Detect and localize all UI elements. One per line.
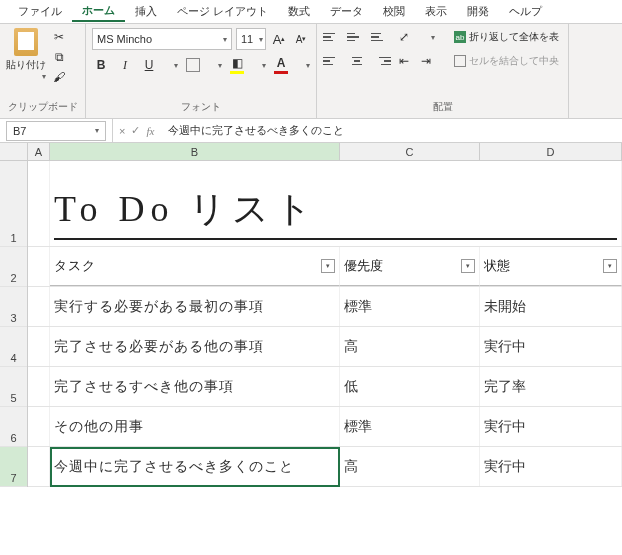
menu-insert[interactable]: 挿入: [125, 2, 167, 21]
font-name-combo[interactable]: MS Mincho ▾: [92, 28, 232, 50]
cell[interactable]: 未開始: [480, 287, 622, 326]
chevron-down-icon[interactable]: ▾: [89, 126, 99, 135]
chevron-down-icon[interactable]: ▾: [212, 61, 222, 70]
underline-button[interactable]: U: [140, 56, 158, 74]
cell[interactable]: [28, 287, 50, 326]
fill-color-button[interactable]: ◧: [228, 56, 246, 74]
cell[interactable]: 標準: [340, 287, 480, 326]
filter-button[interactable]: ▾: [461, 259, 475, 273]
bucket-icon: ◧: [232, 56, 243, 70]
merge-label: セルを結合して中央: [469, 54, 559, 68]
cell[interactable]: [28, 447, 50, 486]
chevron-down-icon[interactable]: ▾: [253, 35, 263, 44]
cell[interactable]: 標準: [340, 407, 480, 446]
decrease-indent-button[interactable]: ⇤: [395, 52, 413, 70]
group-label-font: フォント: [92, 98, 310, 114]
italic-button[interactable]: I: [116, 56, 134, 74]
paste-button[interactable]: 貼り付け ▾: [6, 28, 46, 81]
cell[interactable]: 完了率: [480, 367, 622, 406]
bold-button[interactable]: B: [92, 56, 110, 74]
col-header-A[interactable]: A: [28, 143, 50, 160]
format-painter-icon[interactable]: 🖌: [50, 68, 68, 86]
row-headers: 1 2 3 4 5 6 7: [0, 161, 28, 487]
cell-header-priority[interactable]: 優先度▾: [340, 247, 480, 286]
border-button[interactable]: [184, 56, 202, 74]
cancel-formula-button[interactable]: ×: [119, 125, 125, 137]
menu-file[interactable]: ファイル: [8, 2, 72, 21]
row-header-5[interactable]: 5: [0, 367, 27, 407]
font-color-button[interactable]: A: [272, 56, 290, 74]
cell[interactable]: [28, 247, 50, 286]
cell[interactable]: 高: [340, 447, 480, 486]
fx-icon[interactable]: fx: [146, 125, 154, 137]
menu-page-layout[interactable]: ページ レイアウト: [167, 2, 278, 21]
cell[interactable]: 低: [340, 367, 480, 406]
row-header-3[interactable]: 3: [0, 287, 27, 327]
menu-help[interactable]: ヘルプ: [499, 2, 552, 21]
cell[interactable]: 完了させる必要がある他の事項: [50, 327, 340, 366]
cell[interactable]: 完了させるすべき他の事項: [50, 367, 340, 406]
shrink-font-button[interactable]: A▾: [292, 30, 310, 48]
chevron-down-icon[interactable]: ▾: [300, 61, 310, 70]
menu-data[interactable]: データ: [320, 2, 373, 21]
menu-view[interactable]: 表示: [415, 2, 457, 21]
cell[interactable]: その他の用事: [50, 407, 340, 446]
align-top-button[interactable]: [323, 29, 343, 45]
orientation-button[interactable]: ⤢: [395, 28, 413, 46]
cell-header-status[interactable]: 状態▾: [480, 247, 622, 286]
align-left-button[interactable]: [323, 53, 343, 69]
cell[interactable]: 高: [340, 327, 480, 366]
chevron-down-icon[interactable]: ▾: [168, 61, 178, 70]
cells-area[interactable]: To Do リスト タスク▾ 優先度▾ 状態▾ 実行する必要がある最初の事項: [28, 161, 622, 487]
cell-selected[interactable]: 今週中に完了させるべき多くのこと: [50, 447, 340, 486]
confirm-formula-button[interactable]: ✓: [131, 124, 140, 137]
select-all-corner[interactable]: [0, 143, 28, 161]
chevron-down-icon[interactable]: ▾: [256, 61, 266, 70]
cell[interactable]: [28, 327, 50, 366]
copy-icon[interactable]: ⧉: [50, 48, 68, 66]
grow-font-button[interactable]: A▴: [270, 30, 288, 48]
align-middle-button[interactable]: [347, 29, 367, 45]
menu-home[interactable]: ホーム: [72, 1, 125, 22]
cell[interactable]: 実行する必要がある最初の事項: [50, 287, 340, 326]
cell[interactable]: 実行中: [480, 407, 622, 446]
merge-center-button[interactable]: セルを結合して中央: [451, 53, 562, 69]
cell-title[interactable]: To Do リスト: [50, 161, 622, 246]
formula-input[interactable]: 今週中に完了させるべき多くのこと: [160, 123, 622, 138]
row-header-1[interactable]: 1: [0, 161, 27, 247]
wrap-text-button[interactable]: ab 折り返して全体を表: [451, 29, 562, 45]
merge-icon: [454, 55, 466, 67]
align-bottom-button[interactable]: [371, 29, 391, 45]
chevron-down-icon[interactable]: ▾: [425, 33, 435, 42]
filter-button[interactable]: ▾: [321, 259, 335, 273]
cell[interactable]: 実行中: [480, 447, 622, 486]
row-header-7[interactable]: 7: [0, 447, 27, 487]
chevron-down-icon[interactable]: ▾: [217, 35, 227, 44]
ribbon-group-font: MS Mincho ▾ 11 ▾ A▴ A▾ B I U ▾ ▾ ◧: [86, 24, 317, 118]
menu-developer[interactable]: 開発: [457, 2, 499, 21]
cell[interactable]: 実行中: [480, 327, 622, 366]
menu-review[interactable]: 校閲: [373, 2, 415, 21]
name-box[interactable]: B7 ▾: [6, 121, 106, 141]
col-header-D[interactable]: D: [480, 143, 622, 160]
align-right-button[interactable]: [371, 53, 391, 69]
cut-icon[interactable]: ✂: [50, 28, 68, 46]
row-header-2[interactable]: 2: [0, 247, 27, 287]
col-header-C[interactable]: C: [340, 143, 480, 160]
cell[interactable]: [28, 367, 50, 406]
font-size-combo[interactable]: 11 ▾: [236, 28, 266, 50]
col-header-B[interactable]: B: [50, 143, 340, 160]
increase-indent-button[interactable]: ⇥: [417, 52, 435, 70]
row-header-6[interactable]: 6: [0, 407, 27, 447]
paste-icon: [14, 28, 38, 56]
cell[interactable]: [28, 407, 50, 446]
row-header-4[interactable]: 4: [0, 327, 27, 367]
cell[interactable]: [28, 161, 50, 246]
menu-bar: ファイル ホーム 挿入 ページ レイアウト 数式 データ 校閲 表示 開発 ヘル…: [0, 0, 622, 24]
table-row: 実行する必要がある最初の事項 標準 未開始: [28, 287, 622, 327]
align-center-button[interactable]: [347, 53, 367, 69]
chevron-down-icon[interactable]: ▾: [36, 72, 46, 81]
cell-header-task[interactable]: タスク▾: [50, 247, 340, 286]
filter-button[interactable]: ▾: [603, 259, 617, 273]
menu-formulas[interactable]: 数式: [278, 2, 320, 21]
